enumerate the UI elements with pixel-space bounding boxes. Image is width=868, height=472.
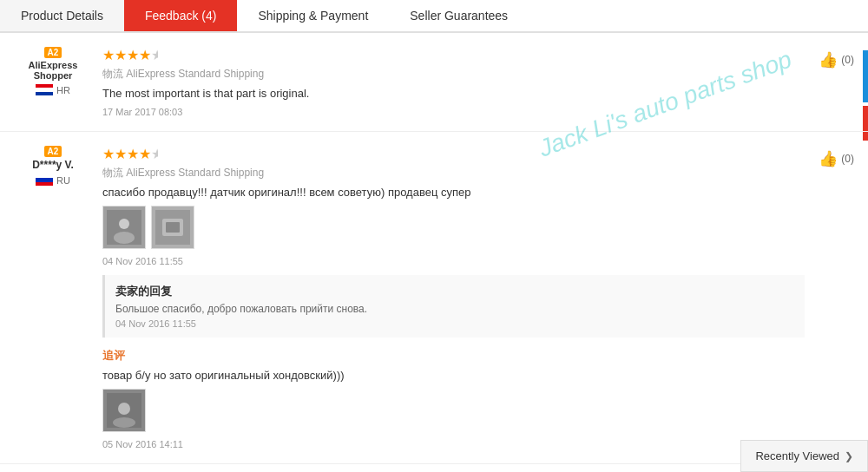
review-date-2: 04 Nov 2016 11:55 — [102, 256, 805, 266]
review-body-2: ★ ★ ★ ★ ★ 物流 AliExpress Standard Shippin… — [102, 146, 805, 449]
reviewer-name-2: D****y V. — [32, 159, 74, 171]
reviewer-flag-2: RU — [36, 174, 70, 186]
like-btn-2[interactable]: 👍 (0) — [819, 149, 854, 168]
reviewer-name-1: AliExpressShopper — [29, 60, 78, 81]
recently-viewed-btn[interactable]: Recently Viewed ❯ — [740, 440, 868, 464]
star-1-1: ★ — [102, 47, 115, 63]
tab-feedback[interactable]: Feedback (4) — [124, 0, 237, 31]
tab-product-details[interactable]: Product Details — [0, 0, 124, 31]
thumbs-up-icon-1: 👍 — [819, 50, 838, 69]
star-2-3: ★ — [127, 146, 139, 162]
shipping-tag-2: 物流 — [102, 167, 123, 179]
review-body-1: ★ ★ ★ ★ ★ 物流 AliExpress Standard Shippin… — [102, 47, 805, 117]
svg-point-8 — [113, 417, 135, 428]
like-count-2: (0) — [841, 153, 854, 165]
review-text-2: спасибо продавцу!!! датчик оригинал!!! в… — [102, 186, 805, 199]
shipping-service-2: AliExpress Standard Shipping — [126, 167, 264, 179]
seller-reply-title-2: 卖家的回复 — [115, 284, 794, 299]
review-item-1: A2 AliExpressShopper HR ★ ★ ★ ★ ★ 物流 Ali… — [0, 33, 868, 132]
seller-reply-text-2: Большое спасибо, добро пожаловать прийти… — [115, 303, 794, 315]
stars-2: ★ ★ ★ ★ ★ — [102, 146, 805, 162]
followup-2: 追评 товар б/у но зато оригинальный хондов… — [102, 348, 805, 449]
reviewer-flag-1: HR — [36, 84, 70, 95]
seller-reply-2: 卖家的回复 Большое спасибо, добро пожаловать … — [102, 275, 805, 338]
svg-point-7 — [118, 403, 130, 415]
star-1-5: ★ — [151, 47, 158, 63]
like-count-1: (0) — [841, 54, 854, 66]
shipping-label-1: 物流 AliExpress Standard Shipping — [102, 67, 805, 82]
recently-viewed-chevron: ❯ — [845, 450, 853, 462]
review-date-1: 17 Mar 2017 08:03 — [102, 107, 805, 117]
shipping-tag-1: 物流 — [102, 68, 123, 80]
followup-text-2: товар б/у но зато оригинальный хондовски… — [102, 369, 805, 382]
reviewer-info-1: A2 AliExpressShopper HR — [14, 47, 92, 95]
reviewer-badge-2: A2 — [44, 146, 62, 157]
tab-seller-guarantees[interactable]: Seller Guarantees — [389, 0, 529, 31]
star-1-4: ★ — [139, 47, 151, 63]
tab-shipping[interactable]: Shipping & Payment — [237, 0, 389, 31]
review-item-2: A2 D****y V. RU ★ ★ ★ ★ ★ 物流 AliExpress … — [0, 132, 868, 464]
star-1-3: ★ — [127, 47, 139, 63]
review-image-1[interactable] — [102, 206, 146, 249]
content-area: Jack Li's auto parts shop A2 AliExpressS… — [0, 33, 868, 464]
seller-reply-date-2: 04 Nov 2016 11:55 — [115, 318, 794, 329]
stars-1: ★ ★ ★ ★ ★ — [102, 47, 805, 63]
reviewer-info-2: A2 D****y V. RU — [14, 146, 92, 186]
recently-viewed-label: Recently Viewed — [755, 449, 839, 462]
svg-point-2 — [114, 232, 135, 244]
star-2-1: ★ — [102, 146, 115, 162]
star-2-4: ★ — [139, 146, 151, 162]
followup-images-2 — [102, 389, 805, 432]
svg-rect-5 — [166, 222, 180, 233]
review-text-1: The most important is that part is origi… — [102, 87, 805, 100]
review-images-2 — [102, 206, 805, 249]
star-1-2: ★ — [115, 47, 127, 63]
country-code-1: HR — [56, 85, 70, 95]
tabs-bar: Product Details Feedback (4) Shipping & … — [0, 0, 868, 33]
like-btn-1[interactable]: 👍 (0) — [819, 50, 854, 69]
review-image-2[interactable] — [151, 206, 194, 249]
star-2-2: ★ — [115, 146, 127, 162]
reviewer-badge-1: A2 — [44, 47, 62, 58]
shipping-label-2: 物流 AliExpress Standard Shipping — [102, 166, 805, 180]
followup-image-1[interactable] — [102, 389, 146, 432]
svg-point-1 — [119, 219, 129, 229]
shipping-service-1: AliExpress Standard Shipping — [126, 68, 264, 80]
country-code-2: RU — [56, 175, 70, 186]
flag-icon-ru — [36, 174, 53, 186]
followup-title-2: 追评 — [102, 348, 805, 364]
flag-icon-hr — [36, 84, 53, 95]
star-2-5: ★ — [151, 146, 158, 162]
followup-date-2: 05 Nov 2016 14:11 — [102, 439, 805, 449]
thumbs-up-icon-2: 👍 — [819, 149, 838, 168]
